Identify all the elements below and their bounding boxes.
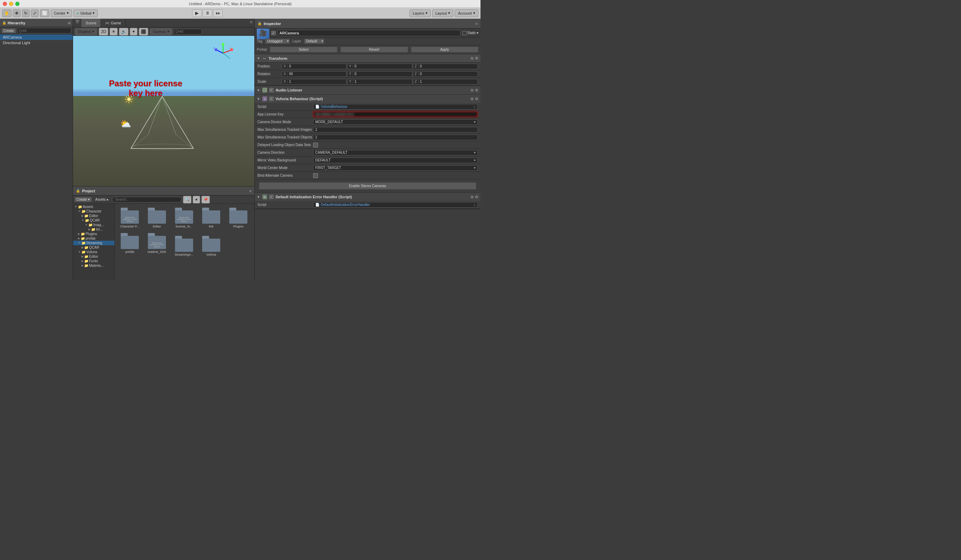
rotation-x-field[interactable]: X 90 — [282, 71, 347, 77]
scene-panel-menu-icon[interactable]: ≡ — [248, 19, 254, 27]
file-plugins[interactable]: Plugins — [226, 207, 251, 229]
hierarchy-item-directional-light[interactable]: Directional Light — [0, 40, 73, 46]
layout-dropdown[interactable]: Layout ▾ — [432, 10, 453, 17]
file-license[interactable]: Noque porro quisquam est qui dolorem lic… — [172, 207, 196, 229]
tree-im[interactable]: ▶ 📁 Im... — [73, 227, 114, 232]
position-z-field[interactable]: Z 0 — [413, 64, 478, 69]
gameobject-enable-checkbox[interactable]: ✓ — [272, 31, 276, 35]
close-button[interactable] — [3, 2, 7, 6]
minimize-button[interactable] — [9, 2, 13, 6]
viewport-dropdown[interactable]: ⬛ — [139, 28, 148, 35]
gizmos-dropdown[interactable]: Gizmos ▾ — [149, 28, 172, 35]
project-create-button[interactable]: Create ▾ — [74, 197, 92, 202]
position-x-field[interactable]: X 0 — [282, 64, 347, 69]
tree-streaming[interactable]: ▼ 📁 Streaming — [73, 241, 114, 245]
game-tab[interactable]: 🎮 Game — [101, 19, 125, 27]
scene-search-input[interactable] — [174, 29, 202, 34]
file-readme[interactable]: Noque porro quisquam est qui dolorem rea… — [145, 232, 169, 257]
tree-editor[interactable]: ▶ 📁 Editor — [73, 213, 114, 218]
tree-vuforia[interactable]: ▼ 📁 Vuforia — [73, 250, 114, 254]
center-dropdown[interactable]: Center ▾ — [51, 10, 72, 17]
lighting-toggle[interactable]: ☀ — [109, 28, 117, 35]
audio-settings-icon[interactable]: ⚙ — [475, 88, 479, 93]
enable-stereo-button[interactable]: Enable Stereo Cameras — [259, 182, 476, 189]
layers-dropdown[interactable]: Layers ▾ — [410, 10, 431, 17]
step-button[interactable]: ⏭ — [213, 10, 223, 17]
audio-listener-enable-checkbox[interactable]: ✓ — [269, 88, 273, 92]
file-vuforia[interactable]: Vuforia — [199, 235, 223, 257]
shaded-dropdown[interactable]: Shaded ▾ — [74, 28, 97, 35]
project-search-input[interactable] — [112, 197, 182, 202]
scale-y-field[interactable]: Y 1 — [347, 79, 412, 85]
hierarchy-search-input[interactable] — [17, 28, 71, 34]
hierarchy-menu-icon[interactable]: ≡ — [68, 20, 71, 26]
transform-copy-icon[interactable]: ⧉ — [471, 56, 474, 61]
tree-materials[interactable]: ▶ 📁 Materia... — [73, 263, 114, 268]
vuforia-copy-icon[interactable]: ⧉ — [471, 97, 474, 101]
fx-toggle[interactable]: ✦ — [130, 28, 137, 35]
transform-header[interactable]: ▼ ↔ Transform ⧉ ⚙ — [255, 54, 480, 63]
file-streaming[interactable]: StreamingA... — [172, 235, 196, 257]
audio-listener-header[interactable]: ▼ 🔊 ✓ Audio Listener ⧉ ⚙ — [255, 86, 480, 94]
prefab-revert-button[interactable]: Revert — [340, 47, 408, 53]
camera-device-mode-dropdown[interactable]: MODE_DEFAULT — [313, 119, 478, 125]
max-tracked-images-input[interactable]: 1 — [313, 127, 478, 133]
file-editor[interactable]: Editor — [145, 207, 169, 229]
vuforia-enable-checkbox[interactable]: ✓ — [269, 97, 273, 101]
file-prefab[interactable]: prefab — [117, 232, 142, 257]
scene-tab[interactable]: Scene — [81, 19, 101, 27]
tree-qcar[interactable]: ▼ 📁 QCAR — [73, 218, 114, 223]
file-link[interactable]: link — [199, 207, 223, 229]
project-menu-icon[interactable]: ≡ — [249, 189, 252, 193]
global-dropdown[interactable]: ● Global ▾ — [74, 10, 98, 17]
tree-assets[interactable]: ▼ 📁 Assets — [73, 205, 114, 209]
static-checkbox[interactable] — [463, 31, 467, 35]
play-button[interactable]: ▶ — [192, 10, 202, 17]
move-tool[interactable]: ✥ — [13, 10, 21, 17]
hierarchy-item-arcamera[interactable]: ARCamera — [0, 34, 73, 40]
default-init-header[interactable]: ▼ G ✓ Default Initialization Error Handl… — [255, 193, 480, 201]
static-dropdown-icon[interactable]: ▾ — [477, 31, 479, 35]
scale-z-field[interactable]: Z 1 — [413, 79, 478, 85]
tag-dropdown[interactable]: Untagged ▾ — [265, 39, 289, 44]
rotate-tool[interactable]: ↻ — [22, 10, 30, 17]
rotation-y-field[interactable]: Y 0 — [347, 71, 412, 77]
tree-editor2[interactable]: ▶ 📁 Editor — [73, 254, 114, 259]
tree-images[interactable]: ▼ 📁 Imag... — [73, 223, 114, 227]
2d-button[interactable]: 2D — [99, 28, 108, 35]
inspector-menu-icon[interactable]: ≡ — [476, 22, 478, 26]
default-init-enable-checkbox[interactable]: ✓ — [269, 195, 273, 199]
mirror-video-dropdown[interactable]: DEFAULT — [313, 157, 478, 163]
tree-character[interactable]: ▼ 📁 Character — [73, 209, 114, 213]
default-init-script-text[interactable]: DefaultInitializationErrorHandler — [321, 203, 370, 207]
scene-view[interactable]: X Y Z ☀ ⛅ Paste your licensekey here — [73, 36, 254, 186]
maximize-button[interactable] — [15, 2, 19, 6]
pause-button[interactable]: ⏸ — [202, 10, 212, 17]
rect-tool[interactable]: ⬜ — [40, 10, 50, 17]
vuforia-script-text[interactable]: VuforiaBehaviour — [321, 105, 347, 109]
world-center-dropdown[interactable]: FIRST_TARGET — [313, 165, 478, 171]
scale-tool[interactable]: ⤢ — [31, 10, 39, 17]
project-pin-button[interactable]: 📌 — [201, 196, 210, 204]
tree-fonts[interactable]: ▶ 📁 Fonts — [73, 259, 114, 263]
prefab-apply-button[interactable]: Apply — [411, 47, 479, 53]
audio-toggle[interactable]: 🔊 — [119, 28, 129, 35]
vuforia-settings-icon[interactable]: ⚙ — [475, 97, 479, 101]
default-init-settings-icon[interactable]: ⚙ — [475, 195, 479, 199]
bind-alternate-checkbox[interactable] — [313, 173, 318, 178]
default-init-copy-icon[interactable]: ⧉ — [471, 195, 474, 199]
hand-tool[interactable]: ✋ — [2, 10, 11, 17]
tree-plugins[interactable]: ▶ 📁 Plugins — [73, 232, 114, 236]
assets-breadcrumb[interactable]: Assets ▸ — [93, 197, 111, 202]
camera-direction-dropdown[interactable]: CAMERA_DEFAULT — [313, 150, 478, 156]
tree-prefab[interactable]: ▶ 📁 prefab — [73, 236, 114, 241]
prefab-select-button[interactable]: Select — [270, 47, 337, 53]
tree-qcar2[interactable]: ▶ 📁 QCAR — [73, 245, 114, 250]
audio-copy-icon[interactable]: ⧉ — [471, 88, 474, 93]
max-tracked-objects-input[interactable]: 1 — [313, 135, 478, 140]
scale-x-field[interactable]: X 1 — [282, 79, 347, 85]
vuforia-license-input[interactable]: [BLURRED LICENSE KEY] — [313, 111, 478, 117]
delayed-loading-checkbox[interactable] — [313, 143, 318, 148]
layer-dropdown[interactable]: Default ▾ — [304, 39, 325, 44]
position-y-field[interactable]: Y 0 — [347, 64, 412, 69]
